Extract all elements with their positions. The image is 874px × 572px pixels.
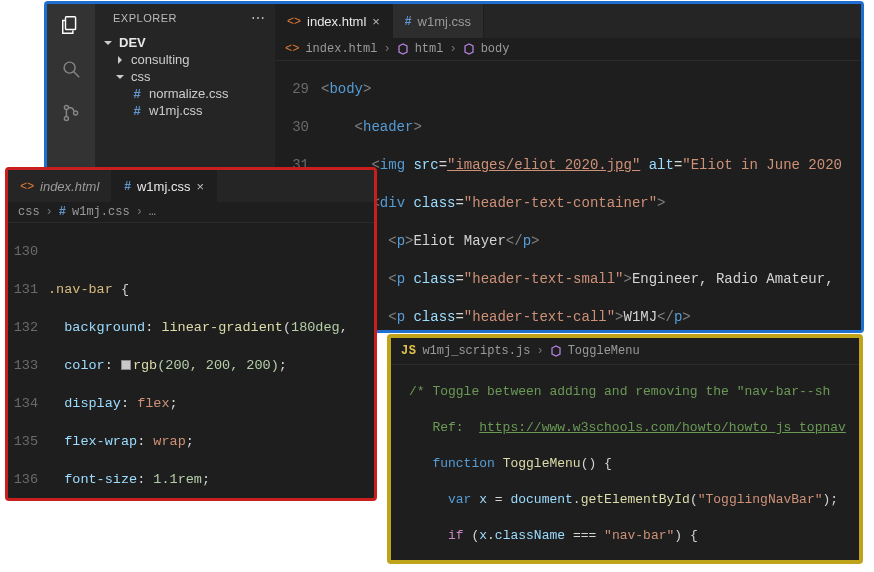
file-tree: DEV consulting css # normalize.css # w	[95, 32, 275, 121]
svg-line-2	[74, 72, 80, 78]
vscode-window-js: JS w1mj_scripts.js › ToggleMenu /* Toggl…	[387, 334, 863, 564]
line-number: 131	[8, 280, 48, 299]
svg-rect-0	[66, 17, 76, 30]
html-file-icon: <>	[285, 42, 299, 56]
breadcrumb[interactable]: <> index.html › html › body	[275, 38, 861, 61]
breadcrumb-item[interactable]: body	[481, 42, 510, 56]
tab-label: index.html	[307, 14, 366, 29]
css-file-icon: #	[405, 14, 412, 28]
tree-root-label: DEV	[119, 35, 146, 50]
line-number: 130	[8, 242, 48, 261]
breadcrumb-item[interactable]: index.html	[305, 42, 377, 56]
explorer-title: EXPLORER	[113, 12, 177, 24]
tree-folder[interactable]: css	[95, 68, 275, 85]
css-file-icon: #	[59, 205, 66, 219]
code-editor[interactable]: /* Toggle between adding and removing th…	[391, 365, 859, 560]
tree-file[interactable]: # w1mj.css	[95, 102, 275, 119]
breadcrumb-item[interactable]: html	[415, 42, 444, 56]
explorer-header: EXPLORER ⋯	[95, 4, 275, 32]
tree-file[interactable]: # normalize.css	[95, 85, 275, 102]
tab-index-html[interactable]: <> index.html ×	[275, 4, 393, 38]
tree-root[interactable]: DEV	[95, 34, 275, 51]
css-file-icon: #	[129, 86, 145, 101]
code-editor[interactable]: 130 131.nav-bar { 132 background: linear…	[8, 223, 374, 498]
tab-index-html[interactable]: <> index.html	[8, 170, 112, 202]
tab-label: w1mj.css	[418, 14, 471, 29]
files-icon[interactable]	[58, 12, 84, 38]
symbol-icon	[463, 43, 475, 55]
breadcrumb-separator: ›	[383, 42, 390, 56]
line-number: 29	[275, 80, 321, 99]
tab-label: index.html	[40, 179, 99, 194]
chevron-right-icon	[115, 55, 127, 65]
breadcrumb-separator: ›	[136, 205, 143, 219]
editor-tabs: <> index.html × # w1mj.css	[275, 4, 861, 38]
css-file-icon: #	[129, 103, 145, 118]
symbol-method-icon	[550, 345, 562, 357]
tree-file-label: normalize.css	[149, 86, 228, 101]
search-icon[interactable]	[58, 56, 84, 82]
line-number: 135	[8, 432, 48, 451]
html-file-icon: <>	[287, 14, 301, 28]
tab-w1mj-css[interactable]: # w1mj.css	[393, 4, 484, 38]
breadcrumb[interactable]: css › # w1mj.css › …	[8, 202, 374, 223]
tree-folder-label: css	[131, 69, 151, 84]
css-file-icon: #	[124, 179, 131, 193]
js-file-icon: JS	[401, 344, 416, 358]
tab-w1mj-css[interactable]: # w1mj.css ×	[112, 170, 217, 202]
breadcrumb-item[interactable]: …	[149, 205, 156, 219]
more-icon[interactable]: ⋯	[251, 10, 266, 26]
tree-file-label: w1mj.css	[149, 103, 202, 118]
source-control-icon[interactable]	[58, 100, 84, 126]
vscode-window-css: <> index.html # w1mj.css × css › # w1mj.…	[5, 167, 377, 501]
svg-point-1	[64, 62, 75, 73]
breadcrumb-item[interactable]: css	[18, 205, 40, 219]
color-swatch-icon	[121, 360, 131, 370]
line-number: 136	[8, 470, 48, 489]
breadcrumb[interactable]: JS w1mj_scripts.js › ToggleMenu	[391, 338, 859, 365]
chevron-down-icon	[103, 38, 115, 48]
symbol-icon	[397, 43, 409, 55]
close-icon[interactable]: ×	[196, 179, 204, 194]
breadcrumb-separator: ›	[46, 205, 53, 219]
line-number: 132	[8, 318, 48, 337]
breadcrumb-item[interactable]: w1mj.css	[72, 205, 130, 219]
svg-point-4	[64, 116, 68, 120]
svg-point-5	[74, 111, 78, 115]
html-file-icon: <>	[20, 179, 34, 193]
svg-point-3	[64, 105, 68, 109]
close-icon[interactable]: ×	[372, 14, 380, 29]
breadcrumb-separator: ›	[449, 42, 456, 56]
breadcrumb-item[interactable]: ToggleMenu	[568, 344, 640, 358]
tree-folder-label: consulting	[131, 52, 190, 67]
editor-tabs: <> index.html # w1mj.css ×	[8, 170, 374, 202]
line-number: 30	[275, 118, 321, 137]
line-number: 133	[8, 356, 48, 375]
tab-label: w1mj.css	[137, 179, 190, 194]
tree-folder[interactable]: consulting	[95, 51, 275, 68]
chevron-down-icon	[115, 72, 127, 82]
line-number: 134	[8, 394, 48, 413]
breadcrumb-item[interactable]: w1mj_scripts.js	[422, 344, 530, 358]
breadcrumb-separator: ›	[536, 344, 543, 358]
